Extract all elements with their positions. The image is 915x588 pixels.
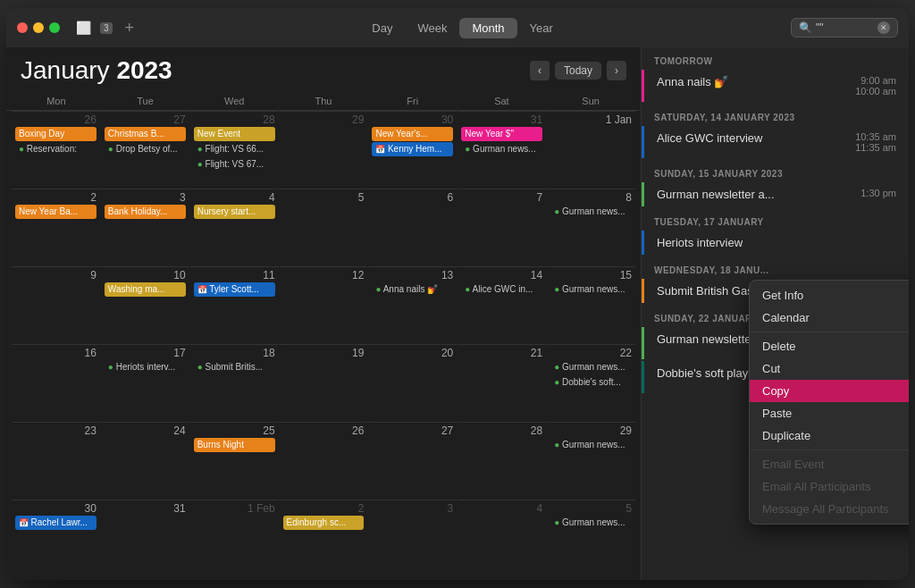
cal-day-jan21[interactable]: 21 — [458, 344, 546, 421]
cal-day-jan29[interactable]: 29 Gurman news... — [547, 422, 635, 499]
today-button[interactable]: Today — [555, 62, 601, 80]
cal-day-dec28[interactable]: 28 New Event Flight: VS 66... Flight: VS… — [190, 111, 279, 188]
cal-day-jan18[interactable]: 18 Submit Britis... — [190, 344, 279, 421]
cal-day-feb4[interactable]: 4 — [458, 500, 546, 576]
event-chip[interactable]: Gurman news... — [550, 438, 632, 452]
tab-day[interactable]: Day — [359, 18, 405, 38]
cal-day-jan25[interactable]: 25 Burns Night — [190, 422, 279, 499]
cal-day-jan19[interactable]: 19 — [280, 344, 368, 421]
ctx-delete[interactable]: Delete — [750, 335, 909, 357]
event-chip[interactable]: Flight: VS 66... — [194, 142, 275, 156]
cal-day-jan24[interactable]: 24 — [101, 422, 189, 499]
cal-day-jan5[interactable]: 5 — [280, 189, 368, 265]
cal-day-jan4[interactable]: 4 Nursery start... — [190, 189, 279, 265]
cal-day-jan12-today[interactable]: 12 — [280, 266, 368, 343]
prev-month-button[interactable]: ‹ — [530, 61, 550, 80]
event-chip[interactable]: Anna nails 💅 — [372, 282, 453, 297]
cal-day-jan30[interactable]: 30 Rachel Lawr... — [12, 500, 100, 576]
sidebar-event[interactable]: Anna nails 💅 9:00 am10:00 am — [642, 70, 909, 102]
next-month-button[interactable]: › — [607, 61, 626, 80]
cal-day-jan8[interactable]: 8 Gurman news... — [547, 189, 635, 265]
event-chip[interactable]: Gurman news... — [550, 516, 632, 530]
cal-day-jan7[interactable]: 7 — [458, 189, 546, 265]
cal-day-jan23[interactable]: 23 — [12, 422, 100, 499]
event-chip[interactable]: Gurman news... — [550, 360, 632, 374]
event-chip[interactable]: Bank Holiday... — [105, 205, 186, 219]
sidebar-event[interactable]: Gurman newsletter a... 1:30 pm — [642, 182, 909, 206]
event-chip[interactable]: New Year $" — [461, 127, 542, 141]
event-chip[interactable]: New Year's... — [372, 127, 453, 141]
sidebar-event[interactable]: Heriots interview — [642, 231, 909, 255]
event-chip[interactable]: Submit Britis... — [194, 360, 275, 374]
ctx-calendar[interactable]: Calendar › — [750, 307, 909, 329]
tab-week[interactable]: Week — [405, 18, 459, 38]
cal-day-jan22[interactable]: 22 Gurman news... Dobbie's soft... — [547, 344, 635, 421]
event-chip[interactable]: New Event — [194, 127, 275, 141]
cal-day-feb1[interactable]: 1 Feb — [190, 500, 279, 576]
tab-year[interactable]: Year — [517, 18, 566, 38]
event-chip[interactable]: Christmas B... — [105, 127, 186, 141]
ctx-copy[interactable]: Copy — [750, 380, 909, 402]
event-chip[interactable]: Kenny Hem... — [372, 142, 453, 156]
event-chip[interactable]: Gurman news... — [550, 205, 632, 219]
event-chip[interactable]: Edinburgh sc... — [283, 516, 365, 530]
cal-day-feb3[interactable]: 3 — [368, 500, 457, 576]
cal-day-jan17[interactable]: 17 Heriots interv... — [101, 344, 189, 421]
ctx-paste[interactable]: Paste — [750, 402, 909, 424]
cal-day-jan2[interactable]: 2 New Year Ba... — [12, 189, 100, 265]
cal-day-dec29[interactable]: 29 — [280, 111, 368, 188]
title-bar: ⬜ 3 + Day Week Month Year 🔍 "" ✕ — [6, 8, 909, 47]
event-chip[interactable]: Reservation: — [15, 142, 97, 156]
tab-month[interactable]: Month — [459, 18, 516, 38]
event-chip[interactable]: Flight: VS 67... — [194, 157, 275, 172]
cal-day-dec27[interactable]: 27 Christmas B... Drop Betsy of... — [101, 111, 189, 188]
cal-day-jan27[interactable]: 27 — [368, 422, 457, 499]
cal-day-jan26[interactable]: 26 — [280, 422, 368, 499]
maximize-button[interactable] — [49, 22, 60, 33]
cal-day-jan11[interactable]: 11 Tyler Scott... — [190, 266, 279, 343]
cal-day-jan28[interactable]: 28 — [458, 422, 546, 499]
event-chip[interactable]: Gurman news... — [461, 142, 542, 156]
cal-day-jan10[interactable]: 10 Washing ma... — [101, 266, 189, 343]
cal-day-jan6[interactable]: 6 — [368, 189, 457, 265]
cal-day-dec30[interactable]: 30 New Year's... Kenny Hem... — [368, 111, 457, 188]
cal-day-feb2[interactable]: 2 Edinburgh sc... — [280, 500, 368, 576]
cal-day-feb5[interactable]: 5 Gurman news... — [547, 500, 635, 576]
cal-day-jan1[interactable]: 1 Jan — [547, 111, 635, 188]
ctx-duplicate[interactable]: Duplicate — [750, 424, 909, 447]
close-button[interactable] — [17, 22, 28, 33]
event-chip[interactable]: Rachel Lawr... — [15, 516, 97, 530]
ctx-cut[interactable]: Cut — [750, 357, 909, 380]
cal-day-jan20[interactable]: 20 — [368, 344, 457, 421]
search-box[interactable]: 🔍 "" ✕ — [791, 18, 898, 38]
cal-day-jan3[interactable]: 3 Bank Holiday... — [101, 189, 189, 265]
event-chip[interactable]: Boxing Day — [15, 127, 97, 141]
cal-day-jan15[interactable]: 15 Gurman news... — [547, 266, 635, 343]
event-chip[interactable]: New Year Ba... — [15, 205, 97, 219]
minimize-button[interactable] — [33, 22, 44, 33]
event-chip[interactable]: Heriots interv... — [105, 360, 186, 374]
cal-day-jan31[interactable]: 31 — [101, 500, 189, 576]
sidebar-event[interactable]: Alice GWC interview 10:35 am11:35 am — [642, 126, 909, 158]
cal-day-jan9[interactable]: 9 — [12, 266, 100, 343]
cal-day-dec31[interactable]: 31 New Year $" Gurman news... — [458, 111, 546, 188]
event-chip[interactable]: Burns Night — [194, 438, 275, 452]
cal-day-dec26[interactable]: 26 Boxing Day Reservation: — [12, 111, 100, 188]
event-chip[interactable]: Drop Betsy of... — [105, 142, 186, 156]
cal-day-jan16[interactable]: 16 — [12, 344, 100, 421]
day-number: 15 — [550, 270, 632, 281]
event-chip[interactable]: Nursery start... — [194, 205, 275, 219]
day-number: 20 — [372, 348, 453, 358]
event-chip[interactable]: Washing ma... — [105, 282, 186, 297]
event-chip[interactable]: Dobbie's soft... — [550, 375, 632, 390]
cal-day-jan14[interactable]: 14 Alice GWC in... — [458, 266, 546, 343]
event-chip[interactable]: Gurman news... — [550, 282, 632, 297]
day-number: 30 — [372, 114, 453, 125]
event-chip[interactable]: Tyler Scott... — [194, 282, 275, 297]
add-event-button[interactable]: + — [125, 19, 135, 38]
cal-day-jan13[interactable]: 13 Anna nails 💅 — [368, 266, 457, 343]
search-clear-button[interactable]: ✕ — [877, 21, 890, 34]
ctx-get-info[interactable]: Get Info — [750, 284, 909, 307]
sidebar-toggle-icon[interactable]: ⬜ — [76, 21, 91, 35]
event-chip[interactable]: Alice GWC in... — [461, 282, 542, 297]
